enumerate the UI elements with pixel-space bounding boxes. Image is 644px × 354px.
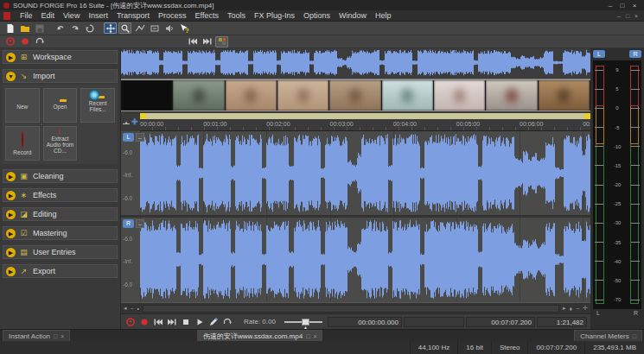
menu-file[interactable]: File [16,11,37,20]
expand-icon[interactable]: ▶ [6,53,16,62]
left-channel-button[interactable]: L [123,133,134,142]
right-channel-button[interactable]: R [123,219,134,228]
scroll-right-icon[interactable]: ▸ [563,305,566,312]
sidebar-section-user-entries[interactable]: ▶▤User Entries [3,245,118,259]
scroll-dot-icon[interactable]: • [137,306,139,312]
right-channel[interactable]: R – -6.0 -Inf. -6.0 [121,218,590,301]
selection-end-display[interactable] [404,317,464,327]
expand-icon[interactable]: ▶ [6,267,16,276]
zoom-out-icon[interactable]: − [576,306,579,312]
close-icon[interactable]: × [61,333,64,339]
collapse-icon[interactable]: ▼ [6,72,16,81]
eject-icon[interactable]: ▴ [123,119,130,124]
tab-channel-meters[interactable]: Channel Meters □ [574,330,642,341]
meter-right-button[interactable]: R [629,50,641,58]
stop-button[interactable] [180,316,192,327]
time-ruler[interactable]: 00:00:0000:01:0000:02:0000:03:0000:04:00… [140,119,590,131]
video-frame-thumbnail[interactable] [121,80,173,111]
sidebar-section-workspace[interactable]: ▶⊞Workspace [3,50,118,64]
overview-waveform[interactable] [121,48,590,79]
mdi-restore-button[interactable]: □ [623,13,632,19]
length-display[interactable]: 00:07:07.200 [466,317,535,327]
go-to-end-button[interactable] [166,316,178,327]
menu-help[interactable]: Help [371,11,396,20]
zoom-out-time-icon[interactable]: − [131,306,134,312]
open-button[interactable]: Open [43,88,78,123]
event-tool-button[interactable] [148,22,161,34]
tab-document[interactable]: 伤速的安详www.ssdax.com.mp4 □ × [197,330,322,341]
magnify-tool-button[interactable] [118,22,131,34]
horizontal-scrollbar[interactable] [143,305,559,313]
open-button[interactable] [18,22,31,34]
play-button[interactable] [194,316,206,327]
go-to-end-button[interactable] [201,36,214,47]
expand-icon[interactable]: ▶ [6,210,16,219]
restore-icon[interactable]: □ [306,333,309,339]
left-channel[interactable]: L – -6.0 -Inf. -6.0 [121,131,590,215]
record-button[interactable] [18,36,31,47]
menu-process[interactable]: Process [154,11,191,20]
selection-start-display[interactable]: 00:00:00.000 [328,317,402,327]
waveform-editor[interactable]: L – -6.0 -Inf. -6.0 R – -6.0 -Inf. -6.0 [121,131,590,302]
expand-icon[interactable]: ▶ [6,248,16,257]
menu-insert[interactable]: Insert [84,11,112,20]
sidebar-section-mastering[interactable]: ▶☑Mastering [3,226,118,240]
close-icon[interactable]: × [313,333,316,339]
menu-transport[interactable]: Transport [112,11,154,20]
undo-button[interactable] [54,22,67,34]
tab-instant-action[interactable]: Instant Action □ × [3,330,70,341]
whats-this-button[interactable]: ? [177,22,190,34]
go-to-start-button[interactable] [186,36,199,47]
level-meter[interactable]: 950-5-10-15-20-25-30-35-40-50-70 [593,60,641,309]
zoom-in-icon[interactable]: ✛ [583,305,588,312]
sidebar-section-export[interactable]: ▶↗Export [3,264,118,278]
menu-tools[interactable]: Tools [223,11,250,20]
extract-audio-from-cd--button[interactable]: ↓Extract Audio from CD... [43,126,78,161]
go-to-start-button[interactable] [152,316,164,327]
loop-playback-button[interactable] [221,316,233,327]
menu-view[interactable]: View [59,11,84,20]
video-frame-thumbnail[interactable] [329,80,381,111]
sidebar-section-cleaning[interactable]: ▶▣Cleaning [3,169,118,183]
envelope-tool-button[interactable] [133,22,146,34]
menu-window[interactable]: Window [335,11,371,20]
left-channel-minimize-button[interactable]: – [136,133,144,142]
right-channel-minimize-button[interactable]: – [136,219,144,228]
loop-playback-button[interactable] [33,36,46,47]
mdi-minimize-button[interactable]: – [615,13,623,19]
rate-slider[interactable]: ▲ [284,318,322,326]
video-frame-thumbnail[interactable] [226,80,277,111]
save-button[interactable] [33,22,46,34]
window-icon[interactable]: □ [633,333,636,339]
loop-end-handle[interactable] [584,113,590,119]
maximize-button[interactable]: □ [616,2,628,9]
video-frame-thumbnail[interactable] [277,80,329,111]
repeat-button[interactable] [83,22,96,34]
new-button[interactable]: New [5,88,40,123]
expand-icon[interactable]: ▶ [6,229,16,238]
sidebar-section-import[interactable]: ▼↘Import [3,69,118,83]
record-remote-button[interactable] [124,316,137,327]
sidebar-section-effects[interactable]: ▶∗Effects [3,188,118,202]
audio-tool-button[interactable] [163,22,175,34]
menu-options[interactable]: Options [299,11,335,20]
record-button[interactable]: Record [5,126,40,161]
expand-icon[interactable]: ▶ [6,191,16,200]
menu-edit[interactable]: Edit [37,11,60,20]
video-filmstrip[interactable] [121,79,590,111]
recent-files--button[interactable]: Recent Files... [80,88,115,123]
zoom-normal-icon[interactable]: ♦ [569,306,572,312]
video-frame-thumbnail[interactable] [486,80,538,111]
video-frame-thumbnail[interactable] [434,80,486,111]
record-button[interactable] [138,316,150,327]
meter-left-button[interactable]: L [593,50,605,58]
loop-start-handle[interactable] [140,113,146,119]
redo-button[interactable] [68,22,81,34]
close-button[interactable]: × [628,2,641,9]
loop-region-bar[interactable] [140,113,590,119]
video-frame-thumbnail[interactable] [539,80,590,111]
add-marker-icon[interactable]: ✚ [131,118,138,126]
mdi-close-button[interactable]: × [632,13,641,19]
scroll-left-icon[interactable]: ◂ [124,305,127,312]
new-file-button[interactable] [3,22,16,34]
